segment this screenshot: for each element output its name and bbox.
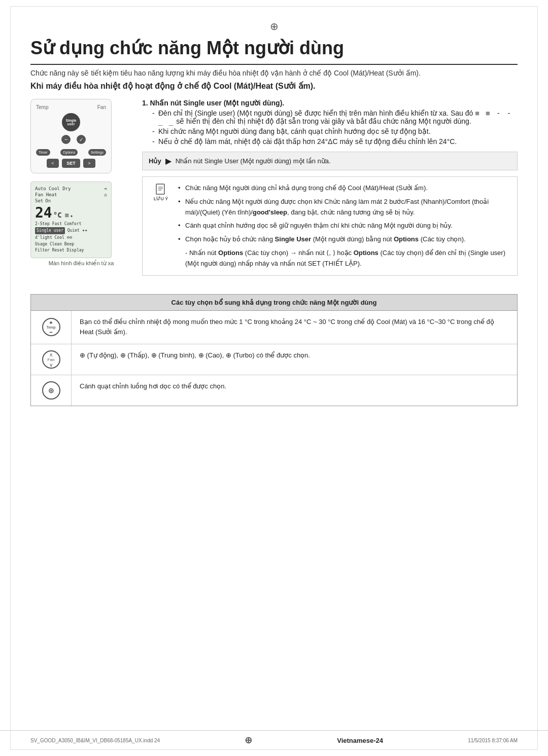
settings-button[interactable]: Settings xyxy=(88,149,106,156)
fan-label: Fan xyxy=(97,104,106,110)
options-vane-text: Cánh quạt chỉnh luồng hơi dọc có thể đượ… xyxy=(72,375,517,406)
fan-icon-low: ⊕ xyxy=(120,351,126,359)
lcd-row-singleuser: Single user Quiet ✦✦ xyxy=(35,227,107,234)
note-document-icon xyxy=(155,183,167,195)
step-1-body: Đèn chỉ thị (Single user) (Một người dùn… xyxy=(150,109,518,146)
note-bullet-4: Chọn hoặc hủy bỏ chức năng Single User (… xyxy=(177,234,509,245)
note-bullet-3: Cánh quạt chỉnh hướng dọc sẽ giữ nguyên … xyxy=(177,221,509,231)
fan-icon-cell: ∧ Fan ∨ xyxy=(31,344,72,375)
vane-direction-icon: ⊛ xyxy=(42,381,60,400)
lcd-display-image: Auto Cool Dry ≈ Fan Heat ⌂ Set On 24 °C … xyxy=(30,182,112,258)
bullet-1: Đèn chỉ thị (Single user) (Một người dùn… xyxy=(150,109,518,125)
options-table: Các tùy chọn bổ sung khả dụng trong chức… xyxy=(30,294,518,407)
options-row-temp: + Temp − Bạn có thể điều chỉnh nhiệt độ … xyxy=(31,311,517,345)
fan-speed-icon: ∧ Fan ∨ xyxy=(42,350,60,369)
temp-adjust-icon: + Temp − xyxy=(42,318,60,336)
options-row-vane: ⊛ Cánh quạt chỉnh luồng hơi dọc có thể đ… xyxy=(31,375,517,406)
dashes-icon: ≡ ≡ - - _ _ xyxy=(158,109,512,125)
svg-text:−: − xyxy=(64,136,67,143)
lcd-set-label: Set xyxy=(35,198,43,203)
note-sub-bullet: - Nhấn nút Options (Các tùy chọn) → nhấn… xyxy=(177,248,509,269)
page-title: Sử dụng chức năng Một người dùng xyxy=(30,38,518,65)
options-row-fan: ∧ Fan ∨ ⊕ (Tự động), ⊕ (Thấp), ⊕ (Trung … xyxy=(31,344,517,375)
remote-options-row: Timer Options Settings xyxy=(36,149,106,156)
single-user-label: Singleuser xyxy=(65,119,76,126)
remote-top-labels: Temp Fan xyxy=(36,104,106,110)
lcd-bottom-rows: 2-Step Fast Comfort Single user Quiet ✦✦… xyxy=(35,221,107,254)
top-compass-icon: ⊕ xyxy=(30,20,518,32)
nav-left-button[interactable]: < xyxy=(47,159,59,168)
lcd-wifi-icon: ≈ xyxy=(105,186,107,191)
svg-rect-4 xyxy=(156,184,164,194)
set-button[interactable]: SET xyxy=(62,159,80,168)
temp-control-icon: − ✓ xyxy=(56,134,86,145)
vane-icon-cell: ⊛ xyxy=(31,375,72,406)
fan-icon-high: ⊕ xyxy=(198,351,204,359)
options-temp-text: Bạn có thể điều chỉnh nhiệt độ mong muốn… xyxy=(72,311,517,344)
single-user-bold: Single user xyxy=(183,99,221,107)
remote-caption: Màn hình điều khiển từ xa xyxy=(30,260,132,267)
lcd-auto-cool-dry: Auto Cool Dry xyxy=(35,186,71,191)
temp-icon-cell: + Temp − xyxy=(31,311,72,344)
steps-list: 1. Nhấn nút Single user (Một người dùng)… xyxy=(142,99,518,146)
svg-text:✓: ✓ xyxy=(79,137,83,142)
luu-y-label: LƯU Ý xyxy=(153,195,168,202)
footer-page-number: Vietnamese-24 xyxy=(337,737,383,744)
options-table-header: Các tùy chọn bổ sung khả dụng trong chức… xyxy=(31,295,517,311)
step-1: 1. Nhấn nút Single user (Một người dùng)… xyxy=(142,99,518,146)
lcd-fan-heat: Fan Heat xyxy=(35,192,57,197)
bullet-3: Nếu ở chế độ làm mát, nhiệt độ cài đặt t… xyxy=(150,137,518,146)
main-content: Temp Fan Singleuser − ✓ Timer Opti xyxy=(30,99,518,284)
options-fan-text: ⊕ (Tự động), ⊕ (Thấp), ⊕ (Trung bình), ⊕… xyxy=(72,344,517,375)
right-column: 1. Nhấn nút Single user (Một người dùng)… xyxy=(142,99,518,284)
subtitle-large: Khi máy điều hòa nhiệt độ hoạt động ở ch… xyxy=(30,81,518,91)
left-column: Temp Fan Singleuser − ✓ Timer Opti xyxy=(30,99,132,284)
note-box: LƯU Ý Chức năng Một người dùng chỉ khả d… xyxy=(142,176,518,276)
lcd-row-filter: Filter Reset Display xyxy=(35,247,107,254)
footer-right: 11/5/2015 8:37:06 AM xyxy=(468,738,518,743)
huy-label: Hủy xyxy=(149,157,161,165)
lcd-row2: Fan Heat ⌂ xyxy=(35,192,107,197)
timer-button[interactable]: Timer xyxy=(36,149,50,156)
subtitle: Chức năng này sẽ tiết kiệm tiêu hao năng… xyxy=(30,69,518,77)
lcd-bars-icon: ≡ xyxy=(65,211,69,219)
lcd-wind-icon: ✦ xyxy=(70,213,73,219)
lcd-temperature: 24 xyxy=(35,204,52,221)
fan-icon-auto: ⊕ xyxy=(80,351,85,359)
temp-label: Temp xyxy=(36,104,48,110)
fan-icon-med: ⊕ xyxy=(151,351,157,359)
bullet-2: Khi chức năng Một người dùng đang bật, c… xyxy=(150,127,518,135)
remote-nav-row: < SET > xyxy=(36,159,106,168)
single-user-button[interactable]: Singleuser xyxy=(62,113,80,131)
footer-compass-icon: ⊕ xyxy=(245,735,252,746)
lcd-row-2step: 2-Step Fast Comfort xyxy=(35,221,107,227)
step-1-title: 1. Nhấn nút Single user (Một người dùng)… xyxy=(142,99,518,107)
note-bullet-2: Nếu chức năng Một người dùng được chọn k… xyxy=(177,197,509,218)
footer: SV_GOOD_A3050_IB&IM_VI_DB68-05185A_UX.in… xyxy=(0,730,548,746)
note-content: Chức năng Một người dùng chỉ khả dụng tr… xyxy=(177,183,509,269)
lcd-on-label: On xyxy=(45,198,51,203)
huy-text: Nhấn nút Single User (Một người dùng) mộ… xyxy=(176,157,331,165)
lcd-row-dlight: d'light Cool ⊙⊙ xyxy=(35,234,107,241)
lcd-row1: Auto Cool Dry ≈ xyxy=(35,186,107,191)
note-bullet-1: Chức năng Một người dùng chỉ khả dụng tr… xyxy=(177,183,509,194)
options-button[interactable]: Options xyxy=(60,149,78,156)
lcd-unit: °C xyxy=(53,211,62,219)
huy-arrow: ▶ xyxy=(165,156,172,166)
footer-left: SV_GOOD_A3050_IB&IM_VI_DB68-05185A_UX.in… xyxy=(30,738,160,743)
remote-control-image: Temp Fan Singleuser − ✓ Timer Opti xyxy=(30,99,112,173)
huy-box: Hủy ▶ Nhấn nút Single User (Một người dù… xyxy=(142,152,518,170)
fan-icon-turbo: ⊕ xyxy=(226,351,231,359)
nav-right-button[interactable]: > xyxy=(83,159,95,168)
lcd-home-icon: ⌂ xyxy=(105,192,107,197)
lcd-row-usage: Usage Clean Beep xyxy=(35,241,107,247)
